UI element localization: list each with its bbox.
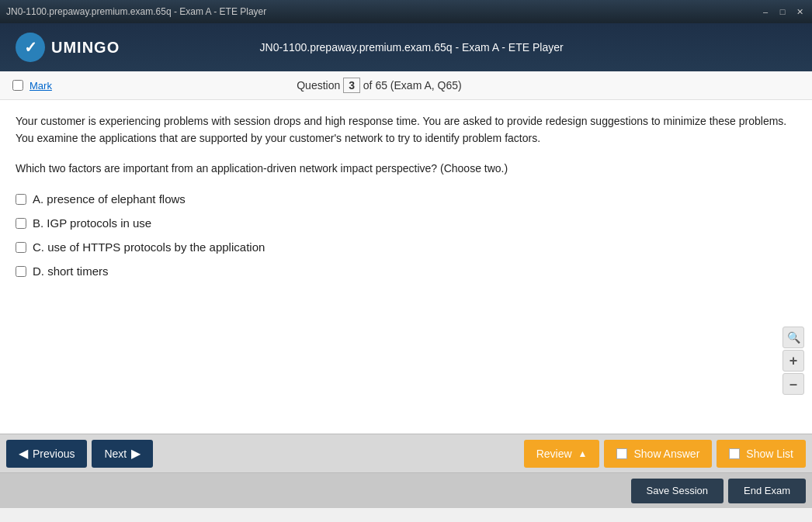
zoom-in-button[interactable]: + xyxy=(783,350,804,372)
show-list-checkbox-icon xyxy=(729,448,740,459)
option-a: A. presence of elephant flows xyxy=(16,192,796,206)
header-title: JN0-1100.prepaway.premium.exam.65q - Exa… xyxy=(120,41,703,54)
previous-label: Previous xyxy=(33,448,75,460)
previous-button[interactable]: ◀ Previous xyxy=(6,440,87,468)
show-answer-button[interactable]: Show Answer xyxy=(604,440,712,468)
next-arrow-icon: ▶ xyxy=(131,446,141,461)
option-c: C. use of HTTPS protocols by the applica… xyxy=(16,240,796,254)
show-answer-label: Show Answer xyxy=(633,448,699,460)
content-area: Your customer is experiencing problems w… xyxy=(0,100,812,434)
zoom-out-button[interactable]: – xyxy=(783,373,804,395)
action-bar: Save Session End Exam xyxy=(0,472,812,508)
option-a-checkbox[interactable] xyxy=(16,194,26,205)
save-session-button[interactable]: Save Session xyxy=(631,479,724,503)
save-session-label: Save Session xyxy=(647,485,709,496)
option-d-checkbox[interactable] xyxy=(16,266,26,277)
review-label: Review xyxy=(536,448,572,460)
logo-circle: ✓ xyxy=(16,33,45,62)
close-button[interactable]: ✕ xyxy=(793,5,806,18)
review-button[interactable]: Review ▲ xyxy=(524,440,600,468)
question-text: Your customer is experiencing problems w… xyxy=(16,112,796,147)
title-bar: JN0-1100.prepaway.premium.exam.65q - Exa… xyxy=(0,0,812,23)
next-button[interactable]: Next ▶ xyxy=(92,440,153,468)
question-label: Question xyxy=(297,79,340,92)
show-list-label: Show List xyxy=(746,448,793,460)
question-number-box: 3 xyxy=(343,78,360,93)
question-header: Mark Question 3 of 65 (Exam A, Q65) xyxy=(0,71,812,100)
option-d-label: D. short timers xyxy=(33,264,109,278)
app-header: ✓ UMINGO JN0-1100.prepaway.premium.exam.… xyxy=(0,23,812,71)
question-of-label: of 65 (Exam A, Q65) xyxy=(363,79,462,92)
minimize-button[interactable]: – xyxy=(759,5,772,18)
option-b-label: B. IGP protocols in use xyxy=(33,216,151,230)
option-c-checkbox[interactable] xyxy=(16,242,26,253)
bottom-nav: ◀ Previous Next ▶ Review ▲ Show Answer S… xyxy=(0,434,812,472)
end-exam-button[interactable]: End Exam xyxy=(728,479,806,503)
logo-text: UMINGO xyxy=(51,39,120,57)
zoom-controls: 🔍 + – xyxy=(783,327,804,395)
question-number-area: Question 3 of 65 (Exam A, Q65) xyxy=(58,78,700,93)
title-bar-controls[interactable]: – □ ✕ xyxy=(759,5,806,18)
option-c-label: C. use of HTTPS protocols by the applica… xyxy=(33,240,265,254)
show-answer-checkbox-icon xyxy=(616,448,627,459)
logo-check-icon: ✓ xyxy=(24,38,37,57)
title-bar-left: JN0-1100.prepaway.premium.exam.65q - Exa… xyxy=(6,6,266,17)
option-a-label: A. presence of elephant flows xyxy=(33,192,186,206)
logo-area: ✓ UMINGO xyxy=(16,33,120,62)
search-button[interactable]: 🔍 xyxy=(783,327,804,348)
question-subtext: Which two factors are important from an … xyxy=(16,160,796,177)
previous-arrow-icon: ◀ xyxy=(19,446,28,461)
show-list-button[interactable]: Show List xyxy=(717,440,806,468)
option-d: D. short timers xyxy=(16,264,796,278)
option-b-checkbox[interactable] xyxy=(16,218,26,229)
mark-checkbox[interactable] xyxy=(12,80,23,91)
maximize-button[interactable]: □ xyxy=(776,5,789,18)
next-label: Next xyxy=(104,448,127,460)
mark-label[interactable]: Mark xyxy=(29,80,52,92)
review-arrow-icon: ▲ xyxy=(578,448,588,459)
end-exam-label: End Exam xyxy=(744,485,790,496)
option-b: B. IGP protocols in use xyxy=(16,216,796,230)
title-bar-title: JN0-1100.prepaway.premium.exam.65q - Exa… xyxy=(6,6,266,17)
